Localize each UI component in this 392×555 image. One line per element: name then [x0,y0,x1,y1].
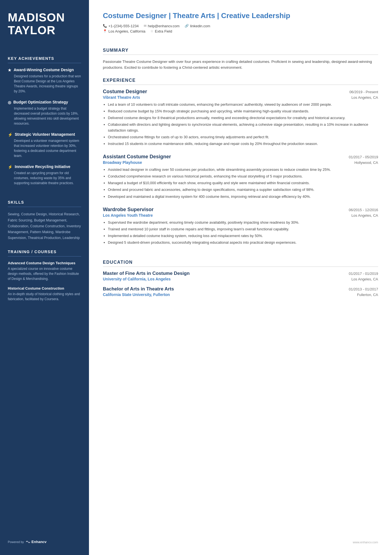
achievement-2: ◎ Budget Optimization Strategy Implement… [8,100,81,126]
training-divider [8,256,81,256]
skills-section-title: SKILLS [8,200,81,204]
edu-2-location: Fullerton, CA [357,293,378,297]
candidate-name: MADISON TAYLOR [8,11,81,37]
enhancv-logo-icon [26,540,31,544]
exp-3-header: Wardrobe Supervisor 06/2015 - 12/2016 [103,207,378,213]
edu-1-location: Los Angeles, CA [351,277,378,281]
edu-1-school: University of California, Los Angeles [103,277,171,281]
achievement-3: ⚡ Strategic Volunteer Management Develop… [8,132,81,158]
exp-2-job-title: Assistant Costume Designer [103,154,171,160]
edu-1-subheader: University of California, Los Angeles Lo… [103,277,378,281]
star-icon: ☆ [150,29,153,33]
exp-2-location: Hollywood, CA [354,161,378,165]
contact-email: ✉ help@enhancv.com [144,24,180,28]
contact-location: 📍 Los Angeles, California [103,29,145,33]
exp-2-bullet-3: Managed a budget of $10,000 efficiently … [108,180,378,186]
main-footer: www.enhancv.com [103,535,378,544]
achievement-3-icon: ⚡ [8,132,13,137]
achievement-1-desc: Designed costumes for a production that … [8,74,81,94]
training-1-desc: A specialized course on innovative costu… [8,266,81,281]
achievement-2-title: ◎ Budget Optimization Strategy [8,100,81,105]
skills-divider [8,207,81,207]
exp-3-bullet-2: Trained and mentored 10 junior staff in … [108,226,378,232]
exp-3-location: Los Angeles, CA [351,213,378,218]
exp-1-subheader: Vibrant Theatre Arts Los Angeles, CA [103,95,378,100]
exp-3-bullets: Supervised the wardrobe department, ensu… [103,220,378,246]
exp-1-header: Costume Designer 06/2019 - Present [103,89,378,95]
exp-3-subheader: Los Angeles Youth Theatre Los Angeles, C… [103,213,378,218]
achievement-4-title: ⚡ Innovative Recycling Initiative [8,164,81,169]
training-2-title: Historical Costume Construction [8,286,81,290]
education-divider [103,267,378,267]
contact-row-1: 📞 +1-(234)-555-1234 ✉ help@enhancv.com 🔗… [103,24,378,28]
location-value: Los Angeles, California [108,29,145,33]
exp-1-job-title: Costume Designer [103,89,147,95]
main-header: Costume Designer | Theatre Arts | Creati… [103,11,378,34]
summary-text: Passionate Theatre Costume Designer with… [103,59,378,71]
achievement-3-title: ⚡ Strategic Volunteer Management [8,132,81,137]
exp-2-bullet-2: Conducted comprehensive research on vari… [108,174,378,179]
achievement-3-desc: Developed a volunteer management system … [8,138,81,158]
powered-by-label: Powered by [8,540,24,544]
main-content: Costume Designer | Theatre Arts | Creati… [89,0,392,555]
exp-1-bullet-4: Collaborated with directors and lighting… [108,122,378,133]
edu-2-degree: Bachelor of Arts in Theatre Arts [103,286,174,292]
location-icon: 📍 [103,29,107,33]
edu-2-dates: 01/2013 - 01/2017 [349,287,378,291]
education-entry-1: Master of Fine Arts in Costume Design 01… [103,271,378,281]
contact-extra: ☆ Extra Field [150,29,172,33]
extra-value: Extra Field [155,29,172,33]
exp-1-bullet-3: Delivered costume designs for 8 theatric… [108,115,378,121]
exp-1-location: Los Angeles, CA [351,95,378,100]
education-entry-2: Bachelor of Arts in Theatre Arts 01/2013… [103,286,378,297]
achievement-2-icon: ◎ [8,100,11,105]
achievement-4-icon: ⚡ [8,165,13,169]
exp-3-bullet-1: Supervised the wardrobe department, ensu… [108,220,378,225]
edu-2-school: California State University, Fullerton [103,292,170,297]
exp-1-dates: 06/2019 - Present [349,90,378,94]
exp-1-bullet-1: Led a team of 10 volunteers to craft int… [108,102,378,107]
experience-divider [103,85,378,85]
email-value: help@enhancv.com [148,24,180,28]
achievement-4-desc: Created an upcycling program for old cos… [8,171,81,186]
edu-2-header: Bachelor of Arts in Theatre Arts 01/2013… [103,286,378,292]
edu-1-degree: Master of Fine Arts in Costume Design [103,271,190,276]
exp-1-bullet-6: Instructed 15 students in costume mainte… [108,141,378,147]
experience-entry-1: Costume Designer 06/2019 - Present Vibra… [103,89,378,148]
sidebar-footer: Powered by Enhancv [8,531,81,544]
education-section-title: EDUCATION [103,260,378,265]
contact-row-2: 📍 Los Angeles, California ☆ Extra Field [103,29,378,33]
achievement-1: ★ Award-Winning Costume Design Designed … [8,68,81,94]
exp-1-bullet-2: Reduced costume budget by 15% through st… [108,108,378,114]
sidebar: MADISON TAYLOR KEY ACHIEVEMENTS ★ Award-… [0,0,89,555]
achievement-4: ⚡ Innovative Recycling Initiative Create… [8,164,81,186]
linkedin-value: linkedin.com [190,24,210,28]
edu-1-header: Master of Fine Arts in Costume Design 01… [103,271,378,276]
exp-1-bullet-5: Orchestrated costume fittings for casts … [108,134,378,140]
exp-2-company: Broadway Playhouse [103,160,142,165]
exp-2-header: Assistant Costume Designer 01/2017 - 05/… [103,154,378,160]
achievements-divider [8,63,81,63]
achievement-2-desc: Implemented a budget strategy that decre… [8,106,81,126]
exp-2-bullet-5: Developed and maintained a digital inven… [108,194,378,199]
exp-2-bullet-1: Assisted lead designer in crafting over … [108,167,378,172]
training-1: Advanced Costume Design Techniques A spe… [8,261,81,281]
experience-section-title: EXPERIENCE [103,78,378,83]
experience-entry-2: Assistant Costume Designer 01/2017 - 05/… [103,154,378,201]
exp-2-subheader: Broadway Playhouse Hollywood, CA [103,160,378,165]
exp-1-company: Vibrant Theatre Arts [103,95,140,100]
training-2-desc: An in-depth study of historical clothing… [8,292,81,302]
exp-3-dates: 06/2015 - 12/2016 [349,208,378,212]
contact-linkedin: 🔗 linkedin.com [185,24,210,28]
exp-1-bullets: Led a team of 10 volunteers to craft int… [103,102,378,147]
exp-2-bullets: Assisted lead designer in crafting over … [103,167,378,199]
exp-3-job-title: Wardrobe Supervisor [103,207,153,213]
exp-2-bullet-4: Ordered and procured fabric and accessor… [108,187,378,193]
exp-3-company: Los Angeles Youth Theatre [103,213,153,218]
achievements-section-title: KEY ACHIEVEMENTS [8,56,81,61]
summary-section-title: SUMMARY [103,48,378,53]
training-1-title: Advanced Costume Design Techniques [8,261,81,265]
phone-icon: 📞 [103,24,107,28]
edu-2-subheader: California State University, Fullerton F… [103,292,378,297]
contact-phone: 📞 +1-(234)-555-1234 [103,24,139,28]
